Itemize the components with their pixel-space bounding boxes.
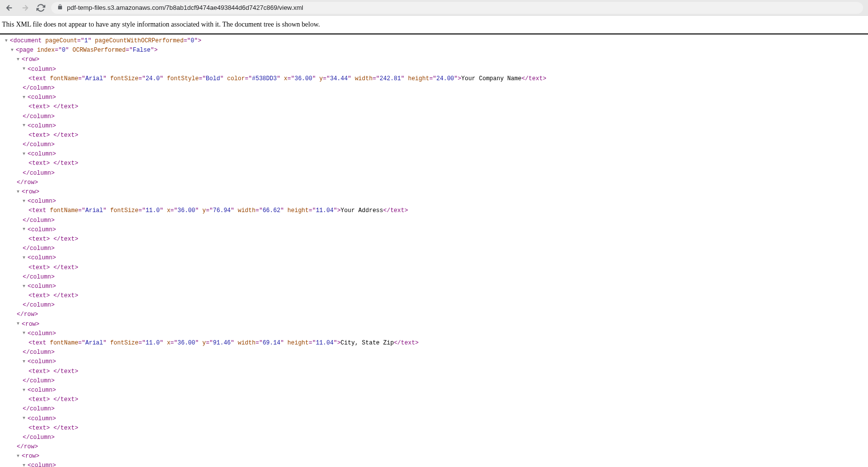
xml-node: </column> (0, 301, 868, 310)
xml-node: </column> (0, 84, 868, 93)
toggle-icon[interactable]: ▼ (23, 358, 28, 365)
xml-node[interactable]: ▼<column> (0, 197, 868, 206)
xml-text-node[interactable]: <text fontName="Arial" fontSize="24.0" f… (0, 74, 868, 84)
xml-node[interactable]: ▼<row> (0, 320, 868, 329)
xml-text-node[interactable]: <text fontName="Arial" fontSize="11.0" x… (0, 206, 868, 216)
toggle-icon[interactable]: ▼ (17, 320, 22, 327)
xml-text-node[interactable]: <text> </text> (0, 263, 868, 273)
toggle-icon[interactable]: ▼ (5, 37, 10, 44)
xml-text-node[interactable]: <text> </text> (0, 291, 868, 301)
xml-node[interactable]: ▼<column> (0, 282, 868, 291)
xml-text-node[interactable]: <text> </text> (0, 131, 868, 140)
toggle-icon[interactable]: ▼ (17, 188, 22, 195)
back-icon[interactable] (5, 3, 14, 12)
xml-node: </column> (0, 405, 868, 414)
xml-tree: ▼<document pageCount="1" pageCountWithOC… (0, 34, 868, 467)
xml-node[interactable]: ▼<column> (0, 414, 868, 424)
toggle-icon[interactable]: ▼ (11, 47, 16, 54)
xml-node: </column> (0, 376, 868, 386)
toggle-icon[interactable]: ▼ (23, 65, 28, 72)
xml-node: </column> (0, 273, 868, 282)
forward-icon[interactable] (21, 3, 30, 12)
url-bar[interactable]: pdf-temp-files.s3.amazonaws.com/7b8ab1dc… (51, 2, 863, 14)
xml-node[interactable]: ▼<row> (0, 55, 868, 64)
xml-node: </column> (0, 112, 868, 122)
xml-node[interactable]: ▼<row> (0, 187, 868, 197)
xml-node: </column> (0, 433, 868, 442)
xml-node[interactable]: ▼<column> (0, 65, 868, 74)
toggle-icon[interactable]: ▼ (17, 56, 22, 63)
xml-node: </column> (0, 244, 868, 253)
xml-text-node[interactable]: <text> </text> (0, 395, 868, 405)
url-text: pdf-temp-files.s3.amazonaws.com/7b8ab1dc… (67, 4, 303, 11)
xml-text-node[interactable]: <text fontName="Arial" fontSize="11.0" x… (0, 339, 868, 348)
xml-node[interactable]: ▼<column> (0, 461, 868, 467)
xml-node[interactable]: ▼<column> (0, 93, 868, 102)
xml-node: </column> (0, 216, 868, 225)
xml-node[interactable]: ▼<column> (0, 329, 868, 339)
browser-toolbar: pdf-temp-files.s3.amazonaws.com/7b8ab1dc… (0, 0, 868, 16)
xml-node[interactable]: ▼<row> (0, 452, 868, 461)
toggle-icon[interactable]: ▼ (23, 122, 28, 129)
toggle-icon[interactable]: ▼ (23, 226, 28, 233)
xml-node: </row> (0, 442, 868, 452)
toggle-icon[interactable]: ▼ (17, 453, 22, 460)
toggle-icon[interactable]: ▼ (23, 254, 28, 261)
toggle-icon[interactable]: ▼ (23, 462, 28, 467)
toggle-icon[interactable]: ▼ (23, 330, 28, 337)
xml-node[interactable]: ▼<column> (0, 253, 868, 263)
lock-icon (57, 4, 63, 11)
xml-node[interactable]: ▼<column> (0, 122, 868, 131)
toggle-icon[interactable]: ▼ (23, 387, 28, 394)
xml-node: </column> (0, 348, 868, 357)
toggle-icon[interactable]: ▼ (23, 94, 28, 101)
xml-node: </column> (0, 169, 868, 178)
toggle-icon[interactable]: ▼ (23, 198, 28, 205)
xml-text-node[interactable]: <text> </text> (0, 424, 868, 433)
xml-node[interactable]: ▼<document pageCount="1" pageCountWithOC… (0, 36, 868, 46)
xml-node: </column> (0, 140, 868, 150)
xml-text-node[interactable]: <text> </text> (0, 235, 868, 244)
xml-text-node[interactable]: <text> </text> (0, 367, 868, 376)
xml-node: </row> (0, 178, 868, 187)
nav-icons (5, 3, 45, 12)
toggle-icon[interactable]: ▼ (23, 415, 28, 422)
xml-node[interactable]: ▼<column> (0, 357, 868, 367)
xml-text-node[interactable]: <text> </text> (0, 159, 868, 168)
xml-node: </row> (0, 310, 868, 319)
xml-node[interactable]: ▼<column> (0, 225, 868, 235)
toggle-icon[interactable]: ▼ (23, 151, 28, 157)
xml-node[interactable]: ▼<page index="0" OCRWasPerformed="False"… (0, 46, 868, 55)
reload-icon[interactable] (36, 3, 45, 12)
xml-text-node[interactable]: <text> </text> (0, 102, 868, 112)
toggle-icon[interactable]: ▼ (23, 283, 28, 290)
xml-info-banner: This XML file does not appear to have an… (0, 16, 868, 34)
xml-node[interactable]: ▼<column> (0, 150, 868, 159)
xml-node[interactable]: ▼<column> (0, 386, 868, 395)
